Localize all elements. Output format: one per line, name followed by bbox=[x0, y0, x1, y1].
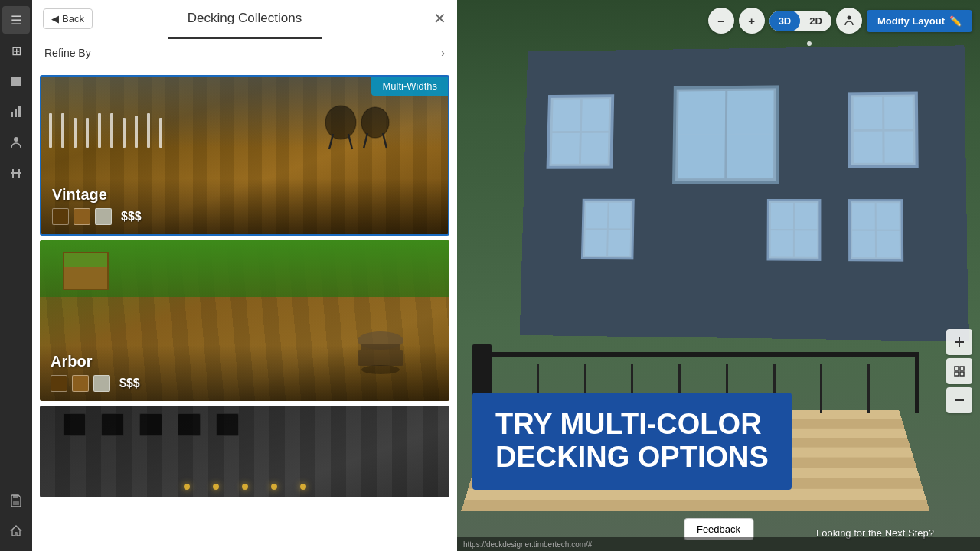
svg-rect-1 bbox=[11, 80, 21, 83]
svg-rect-8 bbox=[12, 169, 14, 178]
url-text: https://deckdesigner.timbertech.com/# bbox=[463, 540, 592, 549]
sidebar-deck-icon[interactable] bbox=[2, 159, 30, 187]
collection-name-arbor: Arbor bbox=[51, 353, 439, 370]
dark-furniture bbox=[63, 413, 239, 436]
collections-list: Multi-Widths Vintage $$$ bbox=[32, 67, 457, 551]
svg-rect-4 bbox=[15, 109, 17, 117]
view-2d-button[interactable]: 2D bbox=[800, 11, 831, 31]
zoom-control-1[interactable] bbox=[946, 329, 972, 355]
back-button[interactable]: ◀ Back bbox=[43, 8, 93, 29]
promo-text: TRY MULTI-COLOR DECKING OPTIONS bbox=[495, 408, 769, 474]
sidebar: ☰ ⊞ bbox=[0, 0, 32, 551]
zoom-in-button[interactable]: + bbox=[739, 8, 765, 34]
window-4 bbox=[848, 199, 903, 262]
svg-rect-28 bbox=[960, 372, 964, 376]
window-2 bbox=[848, 92, 919, 168]
svg-rect-3 bbox=[11, 112, 13, 117]
svg-point-6 bbox=[14, 137, 18, 142]
front-door bbox=[672, 85, 779, 184]
window-5 bbox=[766, 199, 821, 261]
svg-rect-24 bbox=[959, 337, 960, 347]
refine-label: Refine By bbox=[44, 47, 91, 59]
swatch-a2 bbox=[72, 375, 89, 392]
viewport-scene: TRY MULTI-COLOR DECKING OPTIONS − + 3D 2… bbox=[457, 0, 980, 551]
window-3 bbox=[581, 199, 635, 260]
back-label: Back bbox=[62, 13, 84, 24]
swatch-3 bbox=[95, 208, 112, 225]
panel: ◀ Back Decking Collections ✕ Refine By › bbox=[32, 0, 457, 551]
modify-layout-label: Modify Layout bbox=[877, 15, 945, 27]
svg-rect-27 bbox=[955, 372, 959, 376]
svg-rect-9 bbox=[18, 169, 20, 178]
sidebar-grid-icon[interactable]: ⊞ bbox=[2, 37, 30, 64]
svg-point-12 bbox=[325, 106, 356, 139]
svg-rect-5 bbox=[18, 106, 21, 117]
card-bottom-arbor: $$$ bbox=[51, 375, 439, 392]
close-button[interactable]: ✕ bbox=[433, 11, 446, 26]
zoom-control-2[interactable] bbox=[946, 358, 972, 384]
swatch-a1 bbox=[51, 375, 67, 392]
collection-price-vintage: $$$ bbox=[121, 210, 142, 223]
collection-card-arbor[interactable]: Arbor $$$ bbox=[40, 240, 449, 401]
collection-card-third[interactable] bbox=[40, 406, 449, 497]
sidebar-chart-icon[interactable] bbox=[2, 98, 30, 126]
top-toolbar: − + 3D 2D Modify Layout ✏️ bbox=[708, 8, 972, 34]
zoom-controls bbox=[946, 329, 972, 413]
chair-decoration bbox=[310, 92, 402, 156]
sidebar-layers-icon[interactable] bbox=[2, 67, 30, 95]
multi-widths-badge: Multi-Widths bbox=[371, 77, 448, 96]
promo-banner: TRY MULTI-COLOR DECKING OPTIONS bbox=[472, 393, 792, 490]
house-wall bbox=[520, 45, 969, 341]
svg-line-17 bbox=[383, 133, 387, 148]
svg-rect-29 bbox=[955, 399, 964, 401]
refine-chevron-icon: › bbox=[441, 47, 445, 59]
sidebar-home-icon[interactable] bbox=[2, 517, 30, 545]
planter-box bbox=[63, 252, 109, 290]
card-bg-third bbox=[40, 406, 449, 497]
sidebar-save-icon[interactable] bbox=[2, 487, 30, 514]
view-3d-button[interactable]: 3D bbox=[769, 11, 801, 31]
window-1 bbox=[547, 94, 615, 168]
swatch-2 bbox=[74, 208, 90, 225]
collection-name-vintage: Vintage bbox=[52, 186, 437, 204]
modify-layout-button[interactable]: Modify Layout ✏️ bbox=[867, 10, 972, 32]
viewport: TRY MULTI-COLOR DECKING OPTIONS − + 3D 2… bbox=[457, 0, 980, 551]
modify-layout-icon: ✏️ bbox=[949, 15, 962, 27]
promo-line2: DECKING OPTIONS bbox=[495, 441, 769, 473]
svg-rect-2 bbox=[11, 83, 21, 86]
person-view-button[interactable] bbox=[836, 8, 862, 34]
svg-point-15 bbox=[361, 107, 389, 138]
back-arrow-icon: ◀ bbox=[51, 13, 59, 24]
deck-lights bbox=[40, 484, 449, 490]
sidebar-person-icon[interactable] bbox=[2, 129, 30, 156]
panel-header: ◀ Back Decking Collections ✕ bbox=[32, 0, 457, 37]
collection-card-vintage[interactable]: Multi-Widths Vintage $$$ bbox=[40, 75, 449, 236]
zoom-control-3[interactable] bbox=[946, 387, 972, 413]
svg-rect-10 bbox=[13, 495, 18, 498]
position-dot bbox=[807, 41, 812, 46]
swatch-1 bbox=[52, 208, 69, 225]
svg-rect-25 bbox=[955, 367, 959, 370]
refine-bar[interactable]: Refine By › bbox=[32, 39, 457, 67]
card-info-vintage: Vintage $$$ bbox=[41, 178, 448, 234]
svg-rect-0 bbox=[11, 77, 21, 80]
card-bottom-vintage: $$$ bbox=[52, 208, 437, 225]
svg-line-16 bbox=[364, 133, 368, 148]
promo-line1: TRY MULTI-COLOR bbox=[495, 408, 762, 440]
zoom-out-button[interactable]: − bbox=[708, 8, 734, 34]
swatch-a3 bbox=[93, 375, 110, 392]
collection-price-arbor: $$$ bbox=[119, 377, 140, 390]
card-info-arbor: Arbor $$$ bbox=[40, 345, 449, 401]
svg-point-22 bbox=[847, 16, 851, 20]
svg-rect-26 bbox=[960, 367, 964, 370]
svg-rect-11 bbox=[13, 501, 19, 505]
view-toggle: 3D 2D bbox=[769, 11, 831, 31]
sidebar-menu-icon[interactable]: ☰ bbox=[2, 6, 30, 34]
url-bar: https://deckdesigner.timbertech.com/# bbox=[457, 537, 980, 551]
panel-title: Decking Collections bbox=[188, 11, 302, 26]
